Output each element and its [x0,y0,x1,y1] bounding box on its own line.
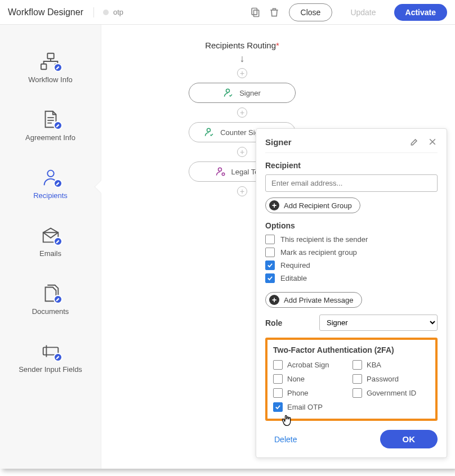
add-node-button[interactable]: + [237,186,247,196]
delete-link[interactable]: Delete [265,435,297,444]
option-label: Mark as recipient group [280,248,357,257]
sidebar-item-label: Agreement Info [25,133,75,142]
checkbox-sender[interactable] [265,235,275,244]
trash-icon[interactable] [269,7,280,18]
svg-point-5 [47,170,53,177]
recipient-node-signer[interactable]: Signer [189,83,296,103]
sidebar-item-label: Documents [32,307,69,316]
tfa-label: KBA [367,361,381,369]
checkbox-tfa-none[interactable] [273,374,283,384]
routing-title: Recipients Routing* [135,41,349,50]
recipient-section-label: Recipient [265,161,438,170]
option-label: This recipient is the sender [280,235,368,244]
edit-badge-icon [53,121,63,130]
email-field[interactable] [265,174,438,192]
cursor-hand-icon [281,414,292,428]
edit-badge-icon [53,63,63,72]
copy-icon[interactable] [249,7,261,18]
breadcrumb-dot-icon [103,10,109,15]
sidebar-item-documents[interactable]: Documents [0,273,101,331]
tfa-label: None [287,375,305,383]
sidebar-item-label: Emails [39,249,61,258]
checkbox-editable[interactable] [265,273,275,283]
close-button[interactable]: Close [289,3,333,21]
add-node-button[interactable]: + [237,147,247,157]
update-button: Update [339,4,387,21]
checkbox-tfa-govid[interactable] [353,388,362,398]
sidebar-item-workflow-info[interactable]: Workflow Info [0,42,101,100]
svg-point-10 [222,173,225,176]
sidebar-item-agreement-info[interactable]: Agreement Info [0,100,101,158]
role-select[interactable]: Signer [319,315,438,331]
plus-icon: + [269,200,279,210]
checkbox-tfa-kba[interactable] [353,360,362,370]
sidebar-item-recipients[interactable]: Recipients [0,158,101,215]
checkbox-group[interactable] [265,248,275,257]
pencil-icon[interactable] [409,137,420,147]
edit-badge-icon [53,353,63,362]
breadcrumb: otp [103,8,249,16]
svg-point-9 [218,168,221,171]
recipient-panel: Signer Recipient + Add Recipient Group [256,128,447,458]
edit-badge-icon [53,237,63,246]
add-node-button[interactable]: + [237,68,247,78]
checkbox-tfa-acrobat[interactable] [273,360,283,370]
tfa-title: Two-Factor Authentication (2FA) [273,345,430,354]
add-node-button[interactable]: + [237,107,247,118]
sidebar-item-label: Sender Input Fields [19,365,82,374]
checkbox-tfa-emailotp[interactable] [273,402,283,412]
option-label: Required [280,261,310,270]
sidebar: Workflow Info Agreement Info Recipients [0,25,101,469]
edit-badge-icon [53,179,63,188]
sidebar-item-label: Workflow Info [28,75,73,84]
option-label: Editable [280,274,307,282]
sidebar-item-emails[interactable]: Emails [0,215,101,273]
add-private-message-button[interactable]: + Add Private Message [265,292,362,308]
header: Workflow Designer otp Close Update Activ… [0,0,455,25]
options-section-label: Options [265,221,438,230]
edit-badge-icon [53,295,63,304]
tfa-label: Password [367,375,399,383]
panel-title: Signer [265,137,292,147]
plus-icon: + [269,295,279,305]
checkbox-tfa-password[interactable] [353,374,362,384]
breadcrumb-label: otp [113,8,123,16]
svg-rect-2 [47,53,53,59]
tfa-section: Two-Factor Authentication (2FA) Acrobat … [265,338,438,421]
activate-button[interactable]: Activate [394,4,447,21]
add-recipient-group-button[interactable]: + Add Recipient Group [265,197,360,213]
ok-button[interactable]: OK [380,430,438,448]
node-label: Signer [239,89,261,97]
canvas: Recipients Routing* ↓ + Signer + Counter… [101,25,455,469]
arrow-down-icon: ↓ [240,53,245,64]
svg-rect-1 [253,10,258,16]
sidebar-item-sender-input-fields[interactable]: Sender Input Fields [0,331,101,389]
close-icon[interactable] [427,137,438,147]
tfa-label: Email OTP [287,403,323,411]
svg-rect-0 [252,8,257,15]
app-title: Workflow Designer [8,7,94,17]
svg-point-8 [207,128,211,132]
tfa-label: Acrobat Sign [287,361,329,369]
sidebar-item-label: Recipients [33,191,68,200]
tfa-label: Government ID [367,389,416,397]
svg-point-7 [226,89,230,92]
checkbox-required[interactable] [265,261,275,270]
role-label: Role [265,318,282,327]
checkbox-tfa-phone[interactable] [273,388,283,398]
svg-rect-3 [41,64,46,70]
tfa-label: Phone [287,389,309,397]
